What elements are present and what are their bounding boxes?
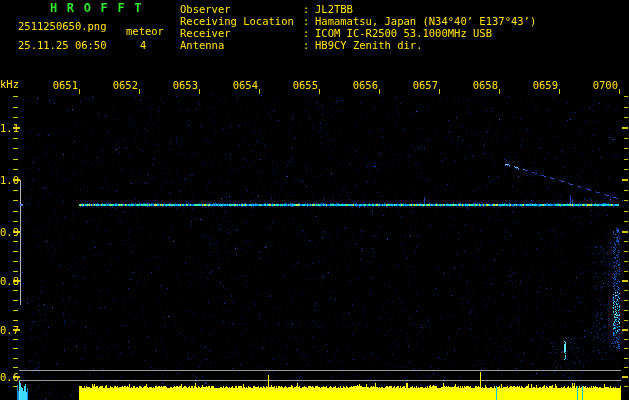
x-tick-label-0655: 0655 [292, 79, 318, 91]
x-tick-label-0653: 0653 [172, 79, 198, 91]
x-tick-label-0657: 0657 [412, 79, 438, 91]
info-label: Observer [180, 3, 231, 15]
info-row-antenna: Antenna : HB9CY Zenith dir. [0, 39, 629, 51]
info-separator: : [303, 3, 309, 15]
y-tick-label-0.6: 0.6 [0, 371, 20, 383]
y-tick-label-1.1: 1.1 [0, 122, 20, 134]
info-label: Antenna [180, 39, 224, 51]
info-label: Receiver [180, 27, 231, 39]
info-value: Hamamatsu, Japan (N34°40’ E137°43’) [315, 15, 536, 27]
info-value: JL2TBB [315, 3, 353, 15]
x-tick-label-0658: 0658 [472, 79, 498, 91]
spectrogram-canvas [0, 0, 629, 400]
info-separator: : [303, 39, 309, 51]
x-tick-label-0659: 0659 [532, 79, 558, 91]
info-value: HB9CY Zenith dir. [315, 39, 422, 51]
hrofft-screen: H R O F F T 2511250650.png meteor 25.11.… [0, 0, 629, 400]
info-separator: : [303, 27, 309, 39]
x-tick-label-0700: 0700 [592, 79, 618, 91]
info-label: Receiving Location [180, 15, 294, 27]
y-tick-label-1.0: 1.0 [0, 174, 20, 186]
info-row-location: Receiving Location : Hamamatsu, Japan (N… [0, 15, 629, 27]
y-tick-label-0.9: 0.9 [0, 226, 20, 238]
info-value: ICOM IC-R2500 53.1000MHz USB [315, 27, 492, 39]
x-tick-label-0656: 0656 [352, 79, 378, 91]
x-tick-label-0651: 0651 [52, 79, 78, 91]
x-tick-label-0654: 0654 [232, 79, 258, 91]
info-row-observer: Observer : JL2TBB [0, 3, 629, 15]
info-separator: : [303, 15, 309, 27]
info-row-receiver: Receiver : ICOM IC-R2500 53.1000MHz USB [0, 27, 629, 39]
x-tick-label-0652: 0652 [112, 79, 138, 91]
y-tick-label-0.7: 0.7 [0, 324, 20, 336]
y-tick-label-0.8: 0.8 [0, 275, 20, 287]
y-axis-unit: kHz [0, 78, 19, 90]
